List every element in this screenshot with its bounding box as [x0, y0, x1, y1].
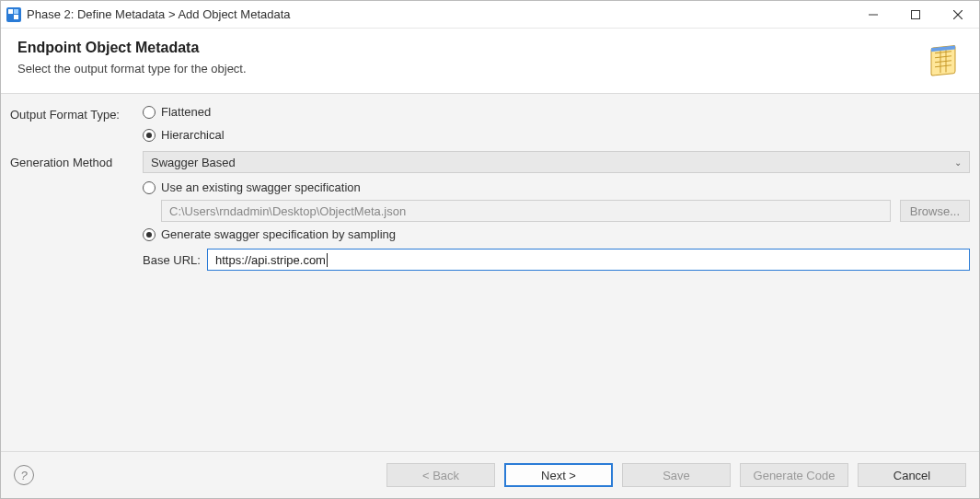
maximize-icon [911, 10, 920, 19]
window-title: Phase 2: Define Metadata > Add Object Me… [27, 7, 291, 21]
generation-method-value: Swagger Based [151, 156, 236, 169]
output-format-label: Output Format Type: [10, 107, 139, 122]
base-url-input[interactable]: https://api.stripe.com [207, 249, 970, 271]
next-button[interactable]: Next > [504, 463, 613, 487]
generation-method-label: Generation Method [10, 155, 139, 169]
svg-rect-4 [912, 10, 920, 18]
close-icon [953, 10, 963, 19]
metadata-icon [922, 40, 963, 80]
wizard-banner: Endpoint Object Metadata Select the outp… [1, 29, 979, 94]
generate-code-button[interactable]: Generate Code [740, 463, 848, 487]
app-icon [6, 7, 21, 22]
text-cursor [327, 253, 328, 267]
page-title: Endpoint Object Metadata [17, 40, 922, 56]
save-button[interactable]: Save [622, 463, 731, 487]
wizard-content: Output Format Type: Flattened Hierarchic… [1, 94, 979, 451]
radio-flattened-label: Flattened [161, 105, 211, 119]
minimize-icon [869, 10, 878, 19]
svg-rect-0 [8, 9, 13, 14]
radio-hierarchical[interactable] [143, 129, 156, 142]
svg-rect-2 [14, 9, 18, 14]
maximize-button[interactable] [894, 1, 937, 29]
help-button[interactable]: ? [14, 465, 34, 485]
browse-button: Browse... [900, 200, 970, 222]
page-subtitle: Select the output format type for the ob… [17, 62, 922, 75]
radio-flattened[interactable] [143, 106, 156, 119]
titlebar: Phase 2: Define Metadata > Add Object Me… [1, 1, 979, 29]
radio-use-existing[interactable] [143, 181, 156, 194]
cancel-button[interactable]: Cancel [858, 463, 966, 487]
wizard-footer: ? < Back Next > Save Generate Code Cance… [1, 451, 979, 498]
radio-hierarchical-label: Hierarchical [161, 128, 225, 142]
close-button[interactable] [937, 1, 979, 29]
minimize-button[interactable] [852, 1, 894, 29]
svg-rect-1 [14, 15, 18, 19]
radio-generate-sampling[interactable] [143, 228, 156, 241]
base-url-label: Base URL: [143, 253, 203, 267]
chevron-down-icon: ⌄ [954, 157, 962, 168]
back-button[interactable]: < Back [386, 463, 495, 487]
generation-method-select[interactable]: Swagger Based ⌄ [143, 151, 970, 173]
existing-path-input: C:\Users\rndadmin\Desktop\ObjectMeta.jso… [161, 200, 891, 222]
radio-use-existing-label: Use an existing swagger specification [161, 180, 361, 194]
radio-generate-sampling-label: Generate swagger specification by sampli… [161, 227, 396, 241]
